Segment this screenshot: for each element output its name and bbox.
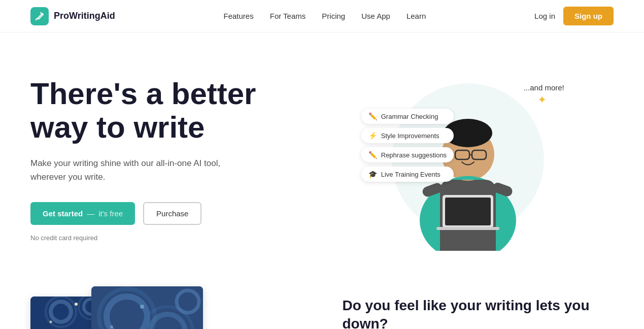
nav-for-teams[interactable]: For Teams — [270, 12, 306, 20]
training-icon: 🎓 — [368, 170, 377, 178]
hero-left: There's a better way to write Make your … — [30, 77, 322, 242]
logo-link[interactable]: ProWritingAid — [30, 7, 115, 25]
nav-actions: Log in Sign up — [534, 7, 614, 25]
signup-button[interactable]: Sign up — [563, 7, 614, 25]
badge-training: 🎓 Live Training Events — [361, 167, 454, 182]
sparkle-icon: ✦ — [537, 93, 547, 107]
hero-section: There's a better way to write Make your … — [0, 32, 644, 276]
badge-style: ⚡ Style Improvements — [361, 128, 454, 143]
navbar: ProWritingAid Features For Teams Pricing… — [0, 0, 644, 32]
hero-subtitle: Make your writing shine with our all-in-… — [30, 156, 244, 184]
no-credit-text: No credit card required — [30, 234, 322, 242]
nav-links: Features For Teams Pricing Use App Learn — [224, 12, 426, 21]
svg-point-0 — [36, 18, 38, 20]
second-right: Do you feel like your writing lets you d… — [343, 286, 614, 329]
second-section: My idea in my head Do you feel like your… — [0, 276, 644, 329]
second-left: My idea in my head — [30, 286, 302, 329]
and-more-text: ...and more! — [524, 83, 564, 92]
section-title: Do you feel like your writing lets you d… — [343, 297, 614, 329]
badge-grammar: ✏️ Grammar Checking — [361, 109, 454, 124]
rephrase-icon: ✏️ — [368, 151, 377, 159]
nav-learn[interactable]: Learn — [406, 12, 426, 20]
nav-use-app[interactable]: Use App — [361, 12, 390, 20]
style-icon: ⚡ — [368, 131, 377, 140]
hero-buttons: Get started — it's free Purchase — [30, 202, 322, 225]
get-started-button[interactable]: Get started — it's free — [30, 202, 135, 225]
svg-point-19 — [75, 303, 78, 306]
purchase-button[interactable]: Purchase — [143, 202, 201, 225]
svg-point-34 — [110, 325, 113, 328]
grammar-icon: ✏️ — [368, 112, 377, 120]
art-front-image: My idea in my head — [91, 286, 203, 329]
hero-right: ...and more! ✦ — [322, 63, 614, 256]
hero-illustration: ...and more! ✦ — [361, 68, 574, 251]
svg-point-21 — [50, 321, 52, 323]
svg-point-33 — [140, 305, 144, 309]
hero-title: There's a better way to write — [30, 77, 322, 144]
svg-rect-10 — [436, 227, 499, 230]
nav-pricing[interactable]: Pricing — [322, 12, 345, 20]
badge-rephrase: ✏️ Rephrase suggestions — [361, 147, 454, 162]
svg-rect-9 — [445, 198, 491, 225]
logo-icon — [30, 7, 49, 25]
nav-features[interactable]: Features — [224, 12, 254, 20]
login-button[interactable]: Log in — [534, 12, 555, 20]
feature-badges: ✏️ Grammar Checking ⚡ Style Improvements… — [361, 109, 454, 182]
logo-text: ProWritingAid — [54, 11, 115, 21]
art-images: My idea in my head — [30, 286, 203, 329]
